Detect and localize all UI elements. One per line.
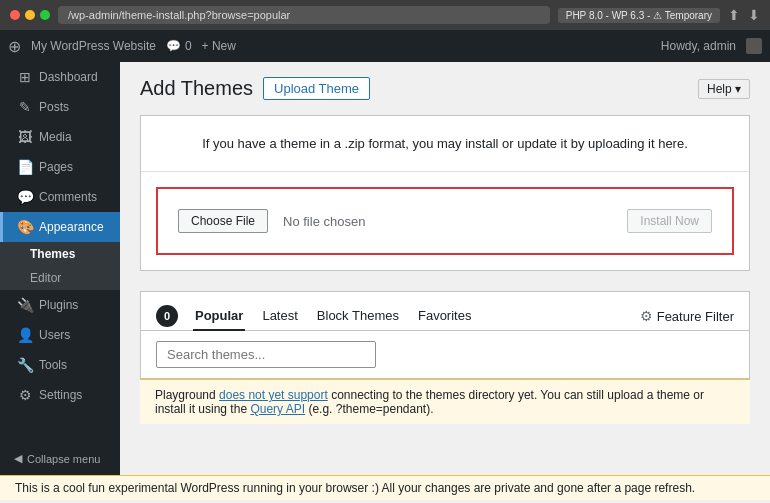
upload-form-area: Choose File No file chosen Install Now <box>156 187 734 255</box>
close-dot <box>10 10 20 20</box>
notice-text-end: (e.g. ?theme=pendant). <box>305 402 433 416</box>
sidebar-item-pages[interactable]: 📄 Pages <box>0 152 120 182</box>
minimize-dot <box>25 10 35 20</box>
comments-link[interactable]: 💬 0 <box>166 39 192 53</box>
upload-notice-text: If you have a theme in a .zip format, yo… <box>141 116 749 172</box>
appearance-submenu: Themes Editor <box>0 242 120 290</box>
browser-dots <box>10 10 50 20</box>
tab-block-themes[interactable]: Block Themes <box>315 302 401 331</box>
sidebar-item-tools[interactable]: 🔧 Tools <box>0 350 120 380</box>
php-badge: PHP 8.0 - WP 6.3 - ⚠ Temporary <box>558 8 720 23</box>
browser-chrome: /wp-admin/theme-install.php?browse=popul… <box>0 0 770 30</box>
main-content: Add Themes Upload Theme Help ▾ If you ha… <box>120 62 770 475</box>
sidebar-item-label: Users <box>39 328 70 342</box>
collapse-icon: ◀ <box>14 452 22 465</box>
sidebar-item-users[interactable]: 👤 Users <box>0 320 120 350</box>
users-icon: 👤 <box>17 327 33 343</box>
footer-bar: This is a cool fun experimental WordPres… <box>0 475 770 500</box>
themes-section: 0 Popular Latest Block Themes Favorites … <box>140 291 750 379</box>
new-content-link[interactable]: + New <box>202 39 236 53</box>
download-icon[interactable]: ⬇ <box>748 7 760 23</box>
sidebar: ⊞ Dashboard ✎ Posts 🖼 Media 📄 Pages <box>0 62 120 475</box>
themes-tabs: 0 Popular Latest Block Themes Favorites … <box>141 292 749 331</box>
site-name[interactable]: My WordPress Website <box>31 39 156 53</box>
feature-filter-label: Feature Filter <box>657 309 734 324</box>
notice-text-before: Playground <box>155 388 219 402</box>
settings-icon: ⚙ <box>17 387 33 403</box>
sidebar-item-appearance[interactable]: 🎨 Appearance <box>0 212 120 242</box>
sidebar-item-settings[interactable]: ⚙ Settings <box>0 380 120 410</box>
admin-avatar <box>746 38 762 54</box>
sidebar-submenu-themes[interactable]: Themes <box>0 242 120 266</box>
sidebar-item-label: Posts <box>39 100 69 114</box>
browser-url[interactable]: /wp-admin/theme-install.php?browse=popul… <box>58 6 550 24</box>
maximize-dot <box>40 10 50 20</box>
howdy-label: Howdy, admin <box>661 39 736 53</box>
no-file-label: No file chosen <box>283 214 612 229</box>
sidebar-item-dashboard[interactable]: ⊞ Dashboard <box>0 62 120 92</box>
upload-section: If you have a theme in a .zip format, yo… <box>140 115 750 271</box>
dashboard-icon: ⊞ <box>17 69 33 85</box>
gear-icon: ⚙ <box>640 308 653 324</box>
sidebar-submenu-editor[interactable]: Editor <box>0 266 120 290</box>
sidebar-item-label: Media <box>39 130 72 144</box>
tab-popular[interactable]: Popular <box>193 302 245 331</box>
tab-latest[interactable]: Latest <box>260 302 299 331</box>
install-now-button[interactable]: Install Now <box>627 209 712 233</box>
search-themes-input[interactable] <box>156 341 376 368</box>
wp-logo-icon: ⊕ <box>8 37 21 56</box>
footer-text: This is a cool fun experimental WordPres… <box>15 481 695 495</box>
sidebar-menu: ⊞ Dashboard ✎ Posts 🖼 Media 📄 Pages <box>0 62 120 410</box>
notice-link-1[interactable]: does not yet support <box>219 388 328 402</box>
sidebar-item-label: Appearance <box>39 220 104 234</box>
sidebar-item-label: Plugins <box>39 298 78 312</box>
plugins-icon: 🔌 <box>17 297 33 313</box>
upload-theme-button[interactable]: Upload Theme <box>263 77 370 100</box>
tab-favorites[interactable]: Favorites <box>416 302 473 331</box>
media-icon: 🖼 <box>17 129 33 145</box>
help-button[interactable]: Help ▾ <box>698 79 750 99</box>
sidebar-item-label: Pages <box>39 160 73 174</box>
sidebar-item-label: Tools <box>39 358 67 372</box>
themes-count-badge: 0 <box>156 305 178 327</box>
search-area <box>141 331 749 378</box>
sidebar-item-media[interactable]: 🖼 Media <box>0 122 120 152</box>
sidebar-item-label: Settings <box>39 388 82 402</box>
sidebar-item-label: Dashboard <box>39 70 98 84</box>
sidebar-item-comments[interactable]: 💬 Comments <box>0 182 120 212</box>
appearance-icon: 🎨 <box>17 219 33 235</box>
collapse-menu-btn[interactable]: ◀ Collapse menu <box>0 442 120 475</box>
page-title: Add Themes <box>140 77 253 100</box>
page-header: Add Themes Upload Theme Help ▾ <box>140 77 750 100</box>
posts-icon: ✎ <box>17 99 33 115</box>
sidebar-item-label: Comments <box>39 190 97 204</box>
wp-layout: ⊞ Dashboard ✎ Posts 🖼 Media 📄 Pages <box>0 62 770 475</box>
choose-file-button[interactable]: Choose File <box>178 209 268 233</box>
upload-icon[interactable]: ⬆ <box>728 7 740 23</box>
collapse-label: Collapse menu <box>27 453 100 465</box>
sidebar-item-posts[interactable]: ✎ Posts <box>0 92 120 122</box>
comments-icon: 💬 <box>17 189 33 205</box>
tools-icon: 🔧 <box>17 357 33 373</box>
notice-bar: Playground does not yet support connecti… <box>140 379 750 424</box>
pages-icon: 📄 <box>17 159 33 175</box>
wp-admin-bar: ⊕ My WordPress Website 💬 0 + New Howdy, … <box>0 30 770 62</box>
sidebar-item-plugins[interactable]: 🔌 Plugins <box>0 290 120 320</box>
feature-filter-btn[interactable]: ⚙ Feature Filter <box>640 308 734 324</box>
notice-link-2[interactable]: Query API <box>250 402 305 416</box>
